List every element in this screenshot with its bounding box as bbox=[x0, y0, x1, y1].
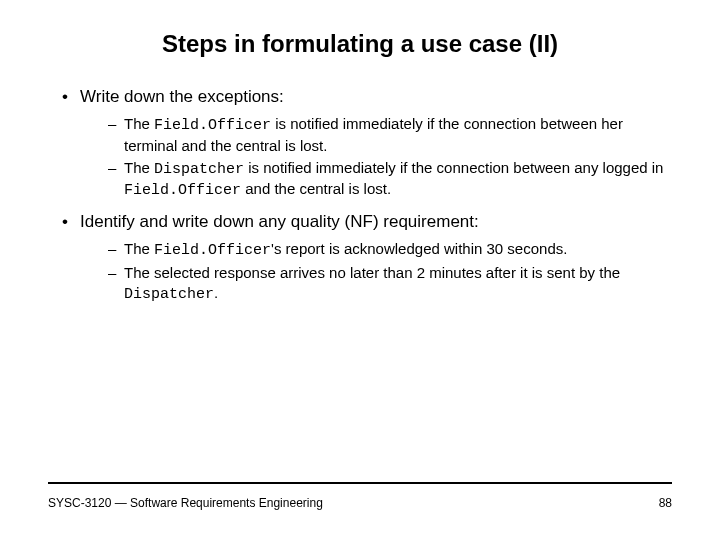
code-dispatcher: Dispatcher bbox=[154, 161, 244, 178]
text: and the central is lost. bbox=[241, 180, 391, 197]
code-fieldofficer: Field.Officer bbox=[154, 242, 271, 259]
bullet-exceptions: Write down the exceptions: The Field.Off… bbox=[66, 86, 672, 201]
code-dispatcher: Dispatcher bbox=[124, 286, 214, 303]
bullet-text: Identify and write down any quality (NF)… bbox=[80, 212, 479, 231]
text: The selected response arrives no later t… bbox=[124, 264, 620, 281]
slide: Steps in formulating a use case (II) Wri… bbox=[0, 0, 720, 540]
page-number: 88 bbox=[659, 496, 672, 510]
sub-list-quality: The Field.Officer's report is acknowledg… bbox=[80, 239, 672, 304]
code-fieldofficer: Field.Officer bbox=[124, 182, 241, 199]
bullet-list: Write down the exceptions: The Field.Off… bbox=[48, 86, 672, 305]
sub-list-exceptions: The Field.Officer is notified immediatel… bbox=[80, 114, 672, 201]
text: The bbox=[124, 240, 154, 257]
footer-text: SYSC-3120 — Software Requirements Engine… bbox=[48, 496, 323, 510]
text: The bbox=[124, 115, 154, 132]
sub-item: The selected response arrives no later t… bbox=[110, 263, 672, 305]
bullet-quality: Identify and write down any quality (NF)… bbox=[66, 211, 672, 304]
slide-title: Steps in formulating a use case (II) bbox=[48, 30, 672, 58]
code-fieldofficer: Field.Officer bbox=[154, 117, 271, 134]
text: The bbox=[124, 159, 154, 176]
sub-item: The Field.Officer's report is acknowledg… bbox=[110, 239, 672, 261]
text: 's report is acknowledged within 30 seco… bbox=[271, 240, 567, 257]
text: . bbox=[214, 284, 218, 301]
bullet-text: Write down the exceptions: bbox=[80, 87, 284, 106]
footer-divider bbox=[48, 482, 672, 484]
sub-item: The Field.Officer is notified immediatel… bbox=[110, 114, 672, 156]
sub-item: The Dispatcher is notified immediately i… bbox=[110, 158, 672, 202]
text: is notified immediately if the connectio… bbox=[244, 159, 663, 176]
